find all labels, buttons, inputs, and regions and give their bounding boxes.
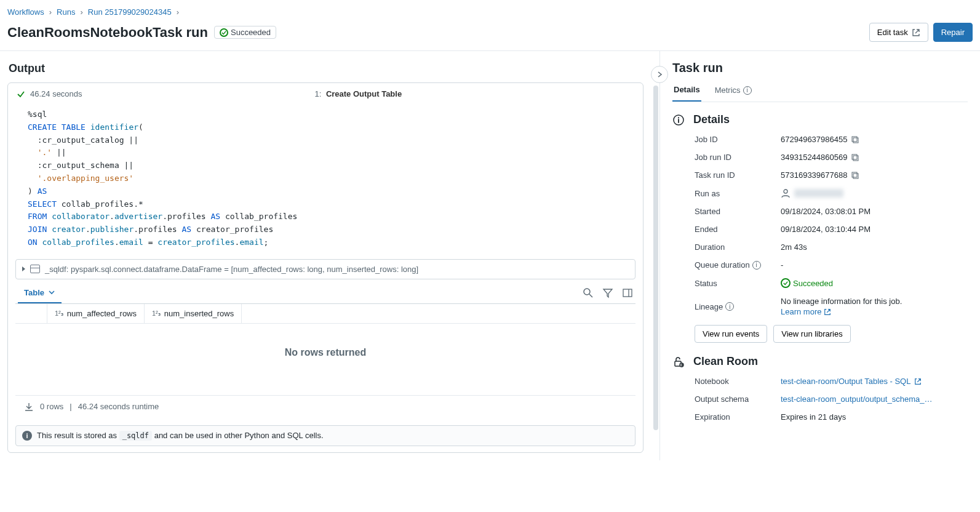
view-run-events-button[interactable]: View run events [695, 325, 767, 343]
search-icon[interactable] [583, 287, 594, 298]
external-link-icon [824, 308, 831, 316]
info-icon[interactable]: i [752, 261, 761, 270]
label-duration: Duration [695, 242, 781, 252]
edit-task-button[interactable]: Edit task [869, 23, 928, 42]
label-job-run-id: Job run ID [695, 153, 781, 162]
page-title: CleanRoomsNotebookTask run [7, 25, 208, 41]
value-job-id: 672949637986455 [781, 135, 847, 144]
table-row-number-header [15, 304, 47, 323]
chevron-down-icon [48, 289, 55, 296]
number-type-icon: 1²₃ [55, 310, 63, 318]
check-icon [17, 90, 25, 98]
info-icon: i [743, 86, 752, 95]
breadcrumb-runs[interactable]: Runs [57, 7, 75, 17]
breadcrumb: Workflows› Runs› Run 251799029024345› [0, 0, 980, 20]
number-type-icon: 1²₃ [152, 310, 161, 318]
info-banner: i This result is stored as _sqldf and ca… [15, 425, 635, 446]
columns-icon[interactable] [622, 287, 633, 298]
collapse-panel-button[interactable] [651, 66, 668, 83]
filter-icon[interactable] [602, 287, 613, 298]
label-lineage: Lineage i [695, 302, 781, 311]
status-badge: Succeeded [214, 26, 276, 39]
label-ended: Ended [695, 225, 781, 234]
svg-rect-6 [852, 154, 857, 159]
cell-code: %sql CREATE TABLE identifier( :cr_output… [8, 105, 643, 257]
svg-rect-1 [623, 289, 632, 297]
output-schema-link[interactable]: test-clean-room_output/output_schema_… [781, 394, 968, 404]
result-schema[interactable]: _sqldf: pyspark.sql.connect.dataframe.Da… [15, 259, 635, 279]
cell-title: Create Output Table [326, 89, 402, 98]
svg-rect-8 [852, 172, 857, 177]
runtime-label: 46.24 seconds runtime [78, 402, 159, 411]
value-status: Succeeded [781, 278, 833, 288]
svg-rect-5 [853, 156, 858, 161]
value-started: 09/18/2024, 03:08:01 PM [781, 207, 968, 216]
copy-icon[interactable] [851, 171, 859, 180]
info-icon [672, 114, 685, 126]
expand-icon[interactable] [22, 266, 25, 271]
chevron-right-icon: › [80, 7, 82, 17]
check-circle-icon [220, 28, 228, 37]
scrollbar[interactable] [653, 86, 658, 430]
svg-point-0 [584, 289, 590, 295]
tab-details[interactable]: Details [672, 81, 701, 102]
label-queue-duration: Queue duration i [695, 260, 781, 270]
value-run-as [794, 189, 843, 198]
repair-button[interactable]: Repair [933, 23, 973, 42]
chevron-right-icon: › [49, 7, 52, 17]
svg-rect-4 [852, 137, 857, 142]
copy-icon[interactable] [851, 153, 859, 162]
table-header-row: 1²₃num_affected_rows 1²₃num_inserted_row… [15, 304, 635, 324]
value-queue-duration: - [781, 260, 968, 270]
svg-rect-3 [853, 138, 858, 143]
label-started: Started [695, 207, 781, 216]
breadcrumb-run-id[interactable]: Run 251799029024345 [88, 7, 172, 17]
svg-point-9 [784, 190, 787, 193]
label-status: Status [695, 279, 781, 288]
value-expiration: Expires in 21 days [781, 412, 968, 422]
value-duration: 2m 43s [781, 242, 968, 252]
task-run-heading: Task run [672, 61, 968, 75]
label-task-run-id: Task run ID [695, 170, 781, 180]
notebook-cell: 46.24 seconds 1: Create Output Table %sq… [7, 82, 643, 453]
external-link-icon [914, 378, 922, 385]
tab-table[interactable]: Table [18, 283, 62, 303]
table-column-header[interactable]: 1²₃num_inserted_rows [145, 304, 242, 323]
label-run-as: Run as [695, 189, 781, 198]
info-icon[interactable]: i [725, 302, 734, 311]
value-ended: 09/18/2024, 03:10:44 PM [781, 225, 968, 234]
user-icon [781, 188, 791, 198]
value-job-run-id: 349315244860569 [781, 153, 847, 162]
view-run-libraries-button[interactable]: View run libraries [773, 325, 850, 343]
svg-rect-7 [853, 174, 858, 178]
lock-share-icon [672, 356, 685, 368]
chevron-right-icon [656, 71, 663, 78]
info-icon: i [22, 431, 32, 441]
download-icon[interactable] [24, 402, 34, 412]
clean-room-heading: Clean Room [693, 355, 758, 368]
label-output-schema: Output schema [695, 394, 781, 404]
table-icon [30, 265, 40, 273]
tab-metrics[interactable]: Metricsi [714, 81, 753, 102]
label-expiration: Expiration [695, 412, 781, 422]
cell-duration: 46.24 seconds [30, 89, 82, 98]
table-empty-state: No rows returned [15, 324, 635, 395]
breadcrumb-workflows[interactable]: Workflows [7, 7, 44, 17]
sqldf-code: _sqldf [119, 431, 152, 441]
external-link-icon [912, 28, 920, 37]
label-job-id: Job ID [695, 135, 781, 144]
details-heading: Details [693, 113, 730, 126]
copy-icon[interactable] [851, 135, 859, 144]
label-notebook: Notebook [695, 377, 781, 386]
notebook-link[interactable]: test-clean-room/Output Tables - SQL [781, 377, 968, 386]
table-column-header[interactable]: 1²₃num_affected_rows [47, 304, 145, 323]
value-lineage: No lineage information for this job. [781, 297, 902, 306]
row-count: 0 rows [40, 402, 63, 411]
value-task-run-id: 573169339677688 [781, 170, 847, 180]
learn-more-link[interactable]: Learn more [781, 307, 831, 316]
chevron-right-icon: › [177, 7, 179, 17]
cell-index: 1: [314, 89, 321, 98]
output-heading: Output [9, 62, 655, 75]
